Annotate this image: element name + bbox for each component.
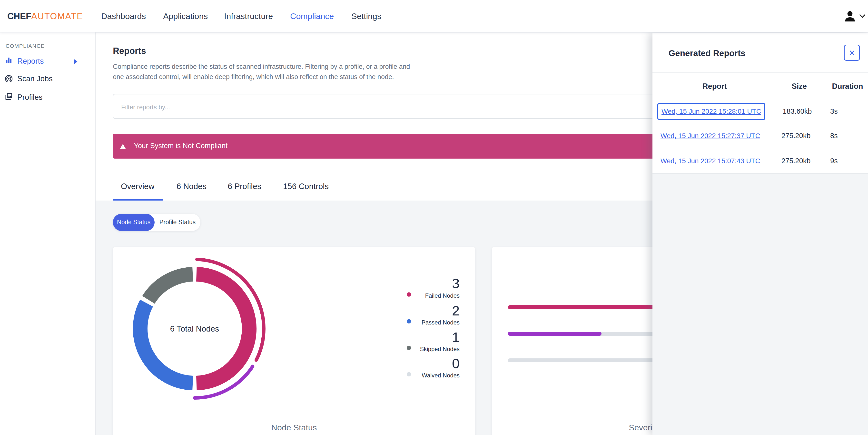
svg-text:6 Total Nodes: 6 Total Nodes [170,324,219,333]
